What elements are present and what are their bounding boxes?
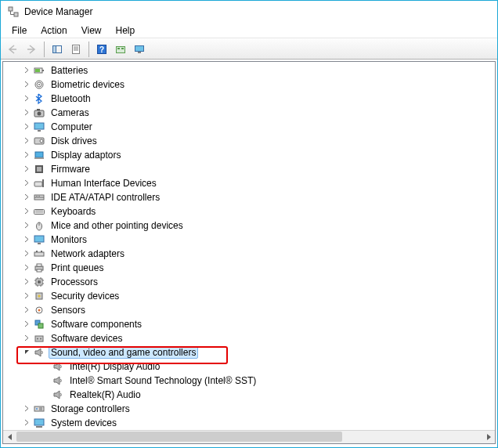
node-firmware[interactable]: Firmware: [3, 162, 495, 176]
app-icon: [7, 5, 20, 18]
computer-icon: [33, 121, 45, 133]
chevron-right-icon[interactable]: [20, 92, 33, 105]
scroll-right-icon[interactable]: [482, 430, 495, 443]
forward-button[interactable]: [23, 41, 40, 58]
chevron-right-icon[interactable]: [20, 135, 33, 147]
scrollbar-track[interactable]: [16, 430, 482, 443]
node-biometric-label: Biometric devices: [49, 79, 127, 90]
scrollbar-thumb[interactable]: [16, 432, 342, 442]
software-device-icon: [33, 332, 45, 345]
properties-button[interactable]: [67, 41, 85, 58]
titlebar: Device Manager: [1, 1, 497, 23]
menu-file[interactable]: File: [5, 23, 33, 38]
device-tree[interactable]: BatteriesBiometric devicesBluetoothCamer…: [3, 62, 495, 430]
chevron-right-icon[interactable]: [20, 191, 33, 204]
ide-icon: [33, 191, 45, 204]
chevron-right-icon[interactable]: [20, 403, 33, 415]
node-swcomp[interactable]: Software components: [3, 317, 495, 331]
menu-view[interactable]: View: [75, 23, 108, 38]
scroll-left-icon[interactable]: [3, 430, 16, 443]
node-batteries[interactable]: Batteries: [3, 63, 495, 78]
node-cameras[interactable]: Cameras: [3, 106, 495, 120]
chevron-right-icon[interactable]: [20, 64, 33, 77]
chevron-right-icon[interactable]: [20, 177, 33, 190]
node-realtek-audio[interactable]: Realtek(R) Audio: [3, 388, 495, 402]
hid-icon: [33, 177, 45, 190]
chevron-right-icon[interactable]: [20, 276, 33, 288]
keyboard-icon: [33, 205, 45, 218]
node-storage[interactable]: Storage controllers: [3, 402, 495, 416]
node-sound[interactable]: Sound, video and game controllers: [3, 345, 495, 359]
svg-point-20: [38, 84, 40, 85]
network-icon: [33, 247, 45, 260]
expander-empty: [39, 388, 52, 401]
node-security[interactable]: Security devices: [3, 289, 495, 303]
node-computer-label: Computer: [49, 121, 95, 132]
menu-help[interactable]: Help: [110, 23, 142, 38]
node-ide[interactable]: IDE ATA/ATAPI controllers: [3, 190, 495, 204]
scan-hardware-button[interactable]: [112, 41, 129, 58]
node-disk-label: Disk drives: [49, 135, 99, 146]
node-sensors[interactable]: Sensors: [3, 303, 495, 317]
svg-rect-24: [34, 123, 44, 129]
speaker-icon: [52, 388, 64, 401]
processor-icon: [33, 276, 45, 288]
chevron-right-icon[interactable]: [20, 304, 33, 316]
show-hide-tree-button[interactable]: [49, 41, 66, 58]
chevron-right-icon[interactable]: [20, 417, 33, 429]
svg-rect-23: [37, 109, 40, 110]
node-network-label: Network adapters: [49, 248, 127, 259]
node-biometric[interactable]: Biometric devices: [3, 78, 495, 92]
svg-point-70: [36, 408, 38, 410]
monitor-button[interactable]: [131, 41, 148, 58]
chevron-right-icon[interactable]: [20, 78, 33, 91]
chevron-right-icon[interactable]: [20, 163, 33, 175]
toolbar-separator: [44, 42, 45, 57]
node-computer[interactable]: Computer: [3, 120, 495, 134]
node-hid[interactable]: Human Interface Devices: [3, 176, 495, 190]
chevron-right-icon[interactable]: [20, 247, 33, 260]
chevron-right-icon[interactable]: [20, 107, 33, 119]
node-disk[interactable]: Disk drives: [3, 134, 495, 148]
svg-rect-49: [37, 264, 42, 266]
node-printq[interactable]: Print queues: [3, 261, 495, 275]
node-intel-sst[interactable]: Intel® Smart Sound Technology (Intel® SS…: [3, 374, 495, 388]
device-manager-window: Device Manager File Action View Help ?: [0, 0, 498, 448]
node-network[interactable]: Network adapters: [3, 247, 495, 261]
node-bluetooth[interactable]: Bluetooth: [3, 92, 495, 106]
chevron-down-icon[interactable]: [20, 346, 33, 359]
chevron-right-icon[interactable]: [20, 262, 33, 274]
node-monitors[interactable]: Monitors: [3, 233, 495, 247]
svg-point-63: [38, 309, 41, 311]
chevron-right-icon[interactable]: [20, 121, 33, 133]
node-hid-label: Human Interface Devices: [49, 178, 159, 189]
chevron-right-icon[interactable]: [20, 332, 33, 345]
monitor-icon: [33, 233, 45, 246]
chevron-right-icon[interactable]: [20, 219, 33, 232]
chevron-right-icon[interactable]: [20, 290, 33, 302]
chevron-right-icon[interactable]: [20, 318, 33, 331]
svg-rect-14: [138, 52, 141, 53]
svg-rect-28: [35, 152, 43, 157]
node-batteries-label: Batteries: [49, 65, 90, 76]
chevron-right-icon[interactable]: [20, 233, 33, 246]
menu-action[interactable]: Action: [34, 23, 73, 38]
node-keyboards[interactable]: Keyboards: [3, 204, 495, 219]
node-mice[interactable]: Mice and other pointing devices: [3, 219, 495, 233]
svg-rect-33: [42, 179, 44, 187]
back-button[interactable]: [4, 41, 21, 58]
node-display[interactable]: Display adaptors: [3, 148, 495, 162]
chevron-right-icon[interactable]: [20, 149, 33, 161]
svg-rect-69: [34, 406, 44, 411]
node-system[interactable]: System devices: [3, 416, 495, 430]
node-processors[interactable]: Processors: [3, 275, 495, 289]
svg-point-36: [36, 196, 37, 197]
security-icon: [33, 290, 45, 302]
help-button[interactable]: ?: [93, 41, 110, 58]
node-swdev[interactable]: Software devices: [3, 331, 495, 345]
chevron-right-icon[interactable]: [20, 205, 33, 218]
svg-rect-47: [41, 251, 42, 252]
speaker-icon: [33, 346, 45, 359]
horizontal-scrollbar[interactable]: [3, 430, 495, 443]
node-intel-display-audio[interactable]: Intel(R) Display Audio: [3, 359, 495, 374]
